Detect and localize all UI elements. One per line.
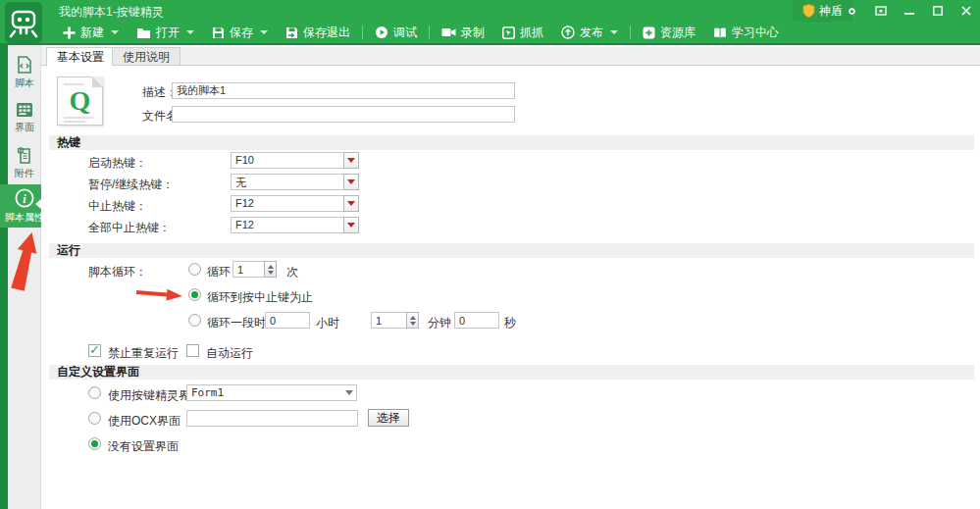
combo-value: 无 <box>231 174 343 190</box>
minutes-unit-label: 分钟 <box>428 315 451 331</box>
spin-up-icon <box>410 316 416 320</box>
toolbar-capture-button[interactable]: 抓抓 <box>493 21 552 44</box>
plus-icon <box>63 26 76 39</box>
hours-unit-label: 小时 <box>316 315 339 331</box>
radio-loop-until-stop[interactable] <box>188 288 201 301</box>
duration-hours-input[interactable] <box>265 312 310 329</box>
run-section-header: 运行 <box>49 243 974 258</box>
toolbar-label: 发布 <box>580 25 603 41</box>
settings-gear-button[interactable] <box>838 0 866 22</box>
chevron-down-icon <box>111 30 119 34</box>
toolbar-publish-button[interactable]: 发布 <box>552 21 627 44</box>
filename-input[interactable] <box>172 106 515 123</box>
toolbar-record-button[interactable]: 录制 <box>433 21 493 44</box>
loop-count-input[interactable] <box>232 261 265 278</box>
toolbar-debug-button[interactable]: 调试 <box>366 21 426 44</box>
toolbar-resource-library-button[interactable]: 资源库 <box>634 21 704 44</box>
annotation-arrow-right <box>135 284 184 304</box>
duration-minutes-input[interactable] <box>371 312 407 329</box>
toolbar-label: 打开 <box>156 25 180 41</box>
stop-hotkey-label: 中止热键： <box>88 198 147 215</box>
combo-dropdown-button[interactable] <box>343 195 359 212</box>
autorun-checkbox[interactable] <box>186 344 199 357</box>
sidebar-item-attachment[interactable]: 附件 <box>0 141 41 184</box>
tab-instructions[interactable]: 使用说明 <box>112 47 181 66</box>
radio-no-ui[interactable] <box>88 437 101 450</box>
spin-down-icon <box>268 271 274 275</box>
tab-label: 基本设置 <box>57 50 104 64</box>
toolbar-learning-center-button[interactable]: 学习中心 <box>704 21 788 44</box>
main-toolbar: 新建 打开 保存 保存退出 调试 录制 抓抓 发布 <box>0 22 980 45</box>
plus-box-icon <box>643 26 655 39</box>
minimize-button[interactable] <box>895 0 923 22</box>
duration-seconds-input[interactable] <box>454 312 499 329</box>
stop-all-hotkey-label: 全部中止热键： <box>88 220 171 236</box>
duration-minutes-spinner[interactable] <box>406 312 419 329</box>
toolbar-open-button[interactable]: 打开 <box>128 21 203 44</box>
robot-icon <box>9 6 38 39</box>
combo-dropdown-button[interactable] <box>343 217 359 233</box>
radio-loop-count[interactable] <box>188 263 201 276</box>
sidebar-item-label: 脚本属性 <box>5 210 44 224</box>
ocx-ui-path-input[interactable] <box>186 410 358 427</box>
folder-icon <box>136 26 151 39</box>
combo-dropdown-button[interactable] <box>343 174 359 190</box>
pause-hotkey-combobox[interactable]: 无 <box>231 174 359 190</box>
toolbar-label: 新建 <box>80 25 104 41</box>
toolbar-label: 资源库 <box>660 25 696 41</box>
sidebar-item-script[interactable]: 脚本 <box>0 51 41 94</box>
builtin-ui-form-combobox[interactable]: Form1 <box>186 384 357 401</box>
loop-until-stop-label: 循环到按中止键为止 <box>207 289 313 306</box>
video-camera-icon <box>441 26 456 38</box>
quick-macro-window: 我的脚本1-按键精灵 神盾 <box>0 0 980 509</box>
toolbar-save-exit-button[interactable]: 保存退出 <box>277 21 359 44</box>
toolbar-label: 录制 <box>461 25 485 41</box>
toolbar-label: 保存 <box>230 25 253 41</box>
attachment-icon <box>16 146 33 164</box>
toolbar-new-button[interactable]: 新建 <box>54 21 128 44</box>
radio-use-ocx-ui[interactable] <box>88 412 101 425</box>
title-bar: 我的脚本1-按键精灵 神盾 <box>0 0 980 22</box>
gear-icon <box>846 5 858 18</box>
spin-down-icon <box>410 322 416 326</box>
script-document-icon <box>16 56 33 74</box>
description-input[interactable] <box>172 82 515 99</box>
sidebar-item-label: 附件 <box>15 166 34 179</box>
play-circle-icon <box>375 25 388 39</box>
sidebar-item-script-properties[interactable]: i 脚本属性 <box>0 184 41 228</box>
floppy-exit-icon <box>285 26 298 39</box>
annotation-arrow-up <box>8 229 41 294</box>
chevron-down-icon <box>186 30 194 34</box>
combo-dropdown-button[interactable] <box>343 152 359 169</box>
sidebar-item-label: 脚本 <box>15 76 34 89</box>
choose-button[interactable]: 选择 <box>368 409 409 427</box>
tab-basic-settings[interactable]: 基本设置 <box>46 47 115 67</box>
close-button[interactable] <box>952 0 980 22</box>
maximize-button[interactable] <box>923 0 952 22</box>
radio-use-builtin-ui[interactable] <box>88 386 101 399</box>
info-icon: i <box>15 188 34 208</box>
no-repeat-run-label: 禁止重复运行 <box>108 345 179 362</box>
svg-text:i: i <box>23 191 26 205</box>
stop-all-hotkey-combobox[interactable]: F12 <box>231 217 359 233</box>
combo-value: F12 <box>231 195 343 212</box>
hotkeys-section-header: 热键 <box>49 135 974 150</box>
combo-dropdown-button[interactable] <box>341 384 357 401</box>
sidebar-item-interface[interactable]: 界面 <box>0 96 41 139</box>
loop-count-suffix: 次 <box>286 264 298 280</box>
toolbar-save-button[interactable]: 保存 <box>203 21 277 44</box>
toolbar-label: 抓抓 <box>520 25 543 41</box>
loop-count-spinner[interactable] <box>264 261 277 278</box>
start-hotkey-combobox[interactable]: F10 <box>231 152 359 169</box>
window-title: 我的脚本1-按键精灵 <box>59 4 164 21</box>
selected-item-notch <box>35 198 42 210</box>
tab-label: 使用说明 <box>123 50 170 64</box>
chevron-down-icon <box>345 390 353 395</box>
stop-hotkey-combobox[interactable]: F12 <box>231 195 359 212</box>
autorun-label: 自动运行 <box>206 345 253 362</box>
no-repeat-run-checkbox[interactable] <box>88 344 101 357</box>
minimize-to-tray-button[interactable] <box>866 0 895 22</box>
toolbar-label: 学习中心 <box>732 25 779 41</box>
combo-value: F10 <box>231 152 343 169</box>
radio-loop-duration[interactable] <box>188 314 201 327</box>
